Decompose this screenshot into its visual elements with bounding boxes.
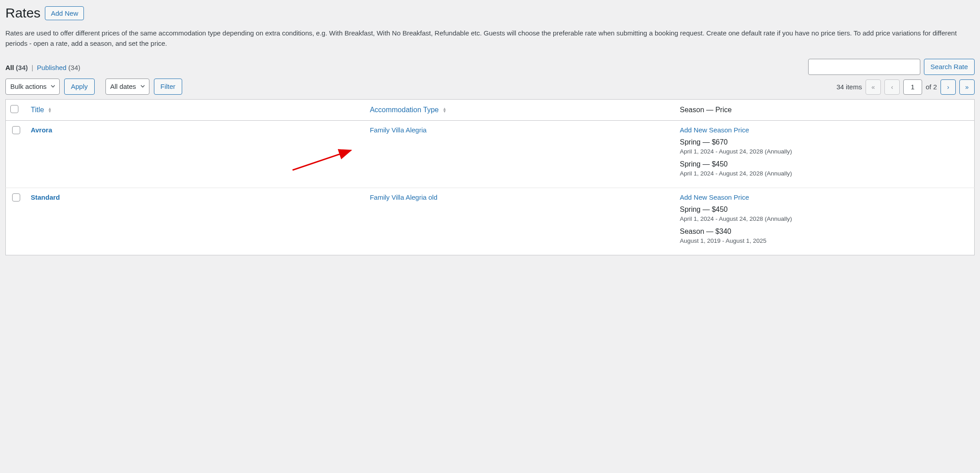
rate-title-link[interactable]: Standard [31, 193, 60, 201]
row-checkbox[interactable] [12, 193, 20, 201]
search-input[interactable] [808, 59, 920, 75]
page-of-text: of 2 [926, 83, 937, 91]
season-line: Spring — $670 [680, 138, 970, 146]
first-page-button: « [866, 79, 881, 95]
season-price-item: Spring — $670 April 1, 2024 - August 24,… [680, 138, 970, 155]
column-title[interactable]: Title ▲▼ [26, 99, 366, 120]
filter-button[interactable]: Filter [154, 79, 182, 95]
filter-all-label: All [5, 64, 14, 71]
season-dates: April 1, 2024 - August 24, 2028 (Annuall… [680, 215, 970, 222]
table-row: Avrora Family Villa Alegria Add New Seas… [6, 120, 975, 188]
season-dates: April 1, 2024 - August 24, 2028 (Annuall… [680, 148, 970, 155]
accommodation-link[interactable]: Family Villa Alegria [370, 126, 426, 134]
page-description: Rates are used to offer different prices… [5, 28, 975, 49]
table-row: Standard Family Villa Alegria old Add Ne… [6, 188, 975, 255]
season-price-item: Season — $340 August 1, 2019 - August 1,… [680, 228, 970, 244]
add-new-button[interactable]: Add New [45, 6, 84, 20]
filter-published[interactable]: Published (34) [37, 64, 80, 71]
bulk-actions-select[interactable]: Bulk actions [5, 79, 60, 95]
column-accommodation-label: Accommodation Type [370, 106, 439, 114]
season-dates: August 1, 2019 - August 1, 2025 [680, 237, 970, 244]
season-price-item: Spring — $450 April 1, 2024 - August 24,… [680, 206, 970, 222]
filter-all-count: (34) [16, 64, 28, 71]
season-line: Spring — $450 [680, 160, 970, 168]
season-line: Season — $340 [680, 228, 970, 236]
select-all-checkbox[interactable] [10, 105, 18, 113]
items-count: 34 items [836, 83, 862, 91]
add-season-price-link[interactable]: Add New Season Price [680, 126, 749, 134]
rates-table: Title ▲▼ Accommodation Type ▲▼ Season — … [5, 99, 975, 255]
dates-select[interactable]: All dates [105, 79, 149, 95]
status-filter-links: All (34) | Published (34) [5, 64, 182, 71]
filter-published-label: Published [37, 64, 66, 71]
season-dates: April 1, 2024 - August 24, 2028 (Annuall… [680, 170, 970, 177]
filter-separator: | [31, 64, 33, 71]
column-title-label: Title [31, 106, 44, 114]
search-button[interactable]: Search Rate [924, 59, 975, 75]
sort-icon: ▲▼ [442, 107, 446, 113]
current-page-input[interactable] [903, 79, 922, 95]
rate-title-link[interactable]: Avrora [31, 126, 52, 134]
column-accommodation[interactable]: Accommodation Type ▲▼ [365, 99, 675, 120]
last-page-button[interactable]: » [959, 79, 975, 95]
column-season-price: Season — Price [675, 99, 974, 120]
apply-button[interactable]: Apply [64, 79, 95, 95]
season-price-item: Spring — $450 April 1, 2024 - August 24,… [680, 160, 970, 177]
prev-page-button: ‹ [884, 79, 900, 95]
add-season-price-link[interactable]: Add New Season Price [680, 193, 749, 201]
page-title: Rates [5, 5, 40, 21]
row-checkbox[interactable] [12, 126, 20, 134]
filter-all[interactable]: All (34) [5, 64, 30, 71]
accommodation-link[interactable]: Family Villa Alegria old [370, 193, 438, 201]
sort-icon: ▲▼ [48, 107, 52, 113]
filter-published-count: (34) [68, 64, 80, 71]
next-page-button[interactable]: › [941, 79, 956, 95]
season-line: Spring — $450 [680, 206, 970, 214]
